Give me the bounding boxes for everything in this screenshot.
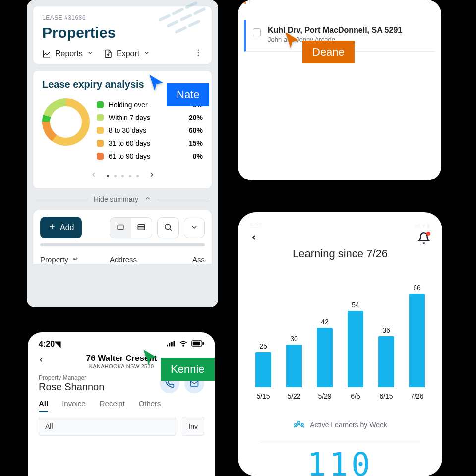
list-row-cut (244, 0, 435, 4)
svg-point-29 (295, 423, 297, 425)
row-checkbox[interactable] (253, 28, 261, 36)
xaxis-tick: 5/29 (313, 392, 336, 400)
sort-icon (71, 255, 78, 264)
legend-row: Within 7 days20% (97, 111, 203, 124)
bar (409, 294, 425, 387)
legend-row: 8 to 30 days60% (97, 124, 203, 137)
search-button[interactable] (157, 217, 179, 238)
properties-table-card: Add Property Address Ass (33, 209, 212, 264)
add-label: Add (60, 223, 74, 232)
bar-chart: 253042543666 (252, 273, 428, 387)
bar (317, 328, 333, 387)
cursor-label: Nate (167, 83, 209, 106)
hide-summary-label: Hide summary (94, 195, 138, 203)
view-list-button[interactable] (131, 218, 152, 238)
add-button[interactable]: Add (40, 217, 82, 238)
chevron-down-icon (143, 49, 150, 58)
bar-value-label: 42 (321, 318, 329, 326)
cursor-label: Deane (302, 41, 355, 63)
bar-column: 42 (313, 318, 336, 387)
filter-inv-dropdown[interactable]: Inv (182, 417, 204, 436)
bar-value-label: 66 (413, 284, 421, 292)
svg-rect-22 (174, 341, 175, 346)
svg-point-10 (198, 55, 199, 56)
filter-all-dropdown[interactable]: All (39, 417, 176, 436)
xaxis-tick: 6/15 (375, 392, 398, 400)
back-button[interactable] (250, 231, 258, 246)
learning-chart-panel: 5:23all ▾ ▮ Learning since 7/26 25304254… (238, 212, 442, 476)
phone-statusbar: 4:20◥ (28, 332, 215, 349)
view-toggle (110, 217, 152, 238)
legend-row: 31 to 60 days15% (97, 137, 203, 150)
legend-row: 61 to 90 days0% (97, 150, 203, 163)
view-card-button[interactable] (110, 218, 131, 238)
pm-label: Property Manager (39, 374, 104, 381)
back-button[interactable] (38, 355, 45, 368)
svg-point-23 (183, 345, 184, 346)
lease-expiry-legend: Holding over5% Within 7 days20% 8 to 30 … (97, 98, 203, 163)
pm-name: Rose Shannon (39, 381, 104, 393)
bar (255, 352, 271, 387)
pager-next-button[interactable] (148, 171, 156, 180)
expand-button[interactable] (184, 218, 205, 238)
svg-line-1 (174, 9, 182, 13)
horizontal-scrollbar[interactable] (40, 243, 205, 246)
chart-legend: Active Learners by Week (250, 420, 430, 430)
column-address[interactable]: Address (110, 255, 137, 264)
notifications-button[interactable] (417, 232, 430, 246)
svg-line-18 (170, 229, 171, 230)
divider (260, 442, 420, 442)
card-pager (42, 171, 203, 180)
svg-point-28 (298, 421, 300, 424)
bar-column: 36 (375, 326, 398, 387)
cellular-icon (167, 340, 176, 349)
status-time: 4:20◥ (39, 339, 60, 349)
svg-rect-14 (138, 224, 145, 230)
svg-rect-19 (167, 344, 168, 346)
column-property[interactable]: Property (40, 255, 105, 264)
xaxis-tick: 5/15 (252, 392, 275, 400)
chevron-down-icon (190, 223, 198, 231)
cursor-label: Kennie (161, 358, 215, 381)
hide-summary-toggle[interactable]: Hide summary (36, 195, 209, 203)
tab-others[interactable]: Others (139, 399, 161, 412)
xaxis-tick: 6/5 (344, 392, 367, 400)
bar-column: 30 (283, 335, 305, 387)
svg-line-7 (190, 21, 199, 25)
bar-value-label: 36 (382, 326, 390, 334)
export-button[interactable]: Export (104, 49, 150, 58)
more-menu-button[interactable] (194, 48, 203, 59)
bar-value-label: 25 (259, 342, 267, 350)
pager-prev-button[interactable] (90, 171, 98, 180)
bar-value-label: 30 (290, 335, 298, 343)
cursor-icon (148, 73, 165, 92)
bar (286, 345, 302, 387)
chevron-up-icon (144, 195, 151, 203)
reports-button[interactable]: Reports (42, 49, 94, 58)
bar (378, 336, 394, 387)
chart-icon (42, 49, 51, 58)
svg-rect-20 (169, 343, 171, 346)
location-arrow-icon: ◥ (55, 340, 60, 348)
battery-icon (191, 340, 204, 349)
people-icon (293, 420, 305, 430)
svg-point-8 (198, 50, 199, 51)
tab-invoice[interactable]: Invoice (62, 399, 86, 412)
lease-expiry-donut-chart (42, 98, 90, 146)
detail-tabs: All Invoice Receipt Others (28, 393, 215, 412)
tab-receipt[interactable]: Receipt (100, 399, 125, 412)
wifi-icon (179, 340, 187, 349)
cursor-icon (284, 31, 300, 50)
pager-dots (107, 175, 139, 177)
learners-big-number: 110 (250, 446, 430, 476)
tab-all[interactable]: All (39, 399, 48, 412)
column-ass[interactable]: Ass (192, 255, 205, 264)
collab-cursor-deane: Deane (284, 31, 355, 63)
xaxis-tick: 7/26 (406, 392, 428, 400)
download-icon (104, 49, 113, 58)
reports-label: Reports (55, 49, 83, 58)
cursor-icon (142, 348, 159, 367)
svg-line-2 (187, 3, 196, 7)
svg-rect-13 (118, 225, 123, 229)
properties-header-card: LEASE #31686 Properties Reports Export (33, 6, 212, 64)
